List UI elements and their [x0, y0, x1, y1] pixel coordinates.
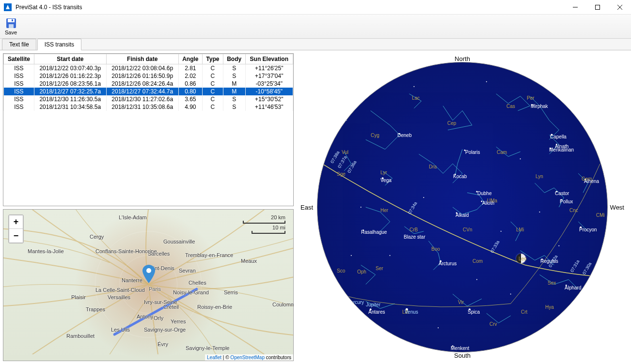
map-place-label: Sarcelles — [148, 251, 170, 257]
tab-bar: Text file ISS transits — [0, 39, 631, 50]
table-row[interactable]: ISS2018/12/26 08:23:56.1a2018/12/26 08:2… — [4, 80, 293, 88]
map-place-label: Nanterre — [122, 277, 142, 283]
table-cell: -03°25'34" — [245, 80, 293, 88]
svg-point-47 — [501, 231, 502, 232]
sky-chart[interactable]: DenebVegaPolarisKocabMirphakCapellaAlnat… — [317, 62, 608, 352]
zoom-in-button[interactable]: + — [9, 215, 23, 229]
map-attribution: Leaflet | © OpenStreetMap contributors — [205, 354, 293, 361]
svg-point-24 — [363, 229, 364, 231]
map-place-label: Évry — [158, 341, 168, 347]
map-place-label: Cergy — [90, 234, 104, 240]
map-place-label: Créteil — [163, 304, 179, 310]
svg-point-45 — [558, 245, 559, 246]
svg-point-12 — [146, 268, 151, 273]
map-panel[interactable]: L'Isle-AdamCergyGoussainvilleConflans-Sa… — [3, 209, 294, 361]
col-body[interactable]: Body — [223, 54, 245, 64]
map-place-label: Les Ulis — [111, 327, 130, 333]
svg-point-39 — [568, 91, 569, 92]
leaflet-link[interactable]: Leaflet — [207, 355, 221, 360]
toolbar: Save — [0, 15, 631, 39]
col-type[interactable]: Type — [203, 54, 223, 64]
col-angle[interactable]: Angle — [178, 54, 202, 64]
svg-point-36 — [346, 120, 347, 121]
svg-point-27 — [585, 179, 586, 180]
map-zoom-control: + − — [8, 214, 24, 243]
table-cell: S — [223, 95, 245, 103]
table-row[interactable]: ISS2018/12/22 03:07:40.3p2018/12/22 03:0… — [4, 64, 293, 73]
transits-table[interactable]: Satellite Start date Finish date Angle T… — [3, 54, 293, 111]
minimize-button[interactable] — [564, 0, 586, 15]
svg-point-14 — [464, 150, 465, 151]
table-cell: 2018/12/22 03:08:04.6p — [106, 64, 178, 73]
table-cell: 2018/12/31 10:34:58.5a — [34, 103, 106, 111]
close-button[interactable] — [609, 0, 631, 15]
svg-point-22 — [440, 260, 442, 262]
svg-point-41 — [390, 255, 391, 256]
map-place-label: Coulommiers — [272, 302, 294, 307]
map-place-label: Roissy-en-Brie — [197, 304, 232, 310]
map-place-label: Tremblay-en-France — [185, 252, 233, 258]
table-cell: 3.65 — [178, 95, 202, 103]
map-place-label: La Celle-Saint-Cloud — [95, 287, 145, 293]
sky-panel: North South East West — [297, 53, 628, 361]
osm-link[interactable]: OpenStreetMap — [230, 355, 265, 360]
svg-rect-7 — [9, 24, 14, 28]
save-button[interactable]: Save — [3, 16, 19, 36]
table-cell: 2018/12/31 10:35:08.6a — [106, 103, 178, 111]
svg-rect-6 — [8, 19, 15, 22]
col-satellite[interactable]: Satellite — [4, 54, 34, 64]
maximize-button[interactable] — [586, 0, 609, 15]
compass-south: South — [454, 352, 471, 359]
svg-point-38 — [486, 81, 487, 82]
tab-text-file[interactable]: Text file — [2, 39, 36, 50]
table-cell: ISS — [4, 64, 34, 73]
map-place-label: Paris — [149, 286, 161, 292]
svg-point-28 — [556, 191, 557, 193]
svg-point-49 — [539, 212, 540, 212]
transits-table-wrap: Satellite Start date Finish date Angle T… — [3, 53, 294, 206]
table-row[interactable]: ISS2018/12/31 10:34:58.5a2018/12/31 10:3… — [4, 103, 293, 111]
svg-point-23 — [382, 177, 384, 179]
table-cell: 2018/12/27 07:32:44.7a — [106, 88, 178, 95]
zoom-out-button[interactable]: − — [9, 229, 23, 243]
table-row[interactable]: ISS2018/12/26 01:16:22.3p2018/12/26 01:1… — [4, 72, 293, 80]
table-row[interactable]: ISS2018/12/27 07:32:25.7a2018/12/27 07:3… — [4, 88, 293, 95]
table-cell: C — [203, 64, 223, 73]
svg-point-46 — [423, 197, 424, 198]
table-cell: ISS — [4, 80, 34, 88]
col-start[interactable]: Start date — [34, 54, 106, 64]
svg-point-50 — [476, 279, 477, 280]
svg-point-13 — [399, 133, 400, 135]
table-row[interactable]: ISS2018/12/30 11:26:30.5a2018/12/30 11:2… — [4, 95, 293, 103]
tab-iss-transits[interactable]: ISS transits — [37, 39, 81, 50]
table-cell: 2018/12/26 01:16:50.9p — [106, 72, 178, 80]
table-cell: M — [223, 80, 245, 88]
table-cell: 2018/12/26 08:24:26.4a — [106, 80, 178, 88]
save-icon — [5, 17, 17, 29]
map-place-label: Antony — [137, 314, 153, 319]
table-cell: 2018/12/30 11:26:30.5a — [34, 95, 106, 103]
svg-point-20 — [481, 201, 482, 202]
table-cell: C — [203, 88, 223, 95]
app-icon — [4, 3, 12, 11]
svg-point-31 — [469, 308, 471, 310]
main-content: Satellite Start date Finish date Angle T… — [0, 50, 631, 364]
table-cell: 2.02 — [178, 72, 202, 80]
table-cell: ISS — [4, 95, 34, 103]
map-place-label: Savigny-le-Temple — [186, 345, 229, 351]
map-place-label: Versailles — [108, 294, 130, 300]
table-cell: C — [203, 103, 223, 111]
svg-point-35 — [550, 148, 552, 149]
svg-point-26 — [580, 227, 582, 228]
table-cell: 0.86 — [178, 80, 202, 88]
svg-point-17 — [551, 134, 552, 136]
col-finish[interactable]: Finish date — [106, 54, 178, 64]
table-cell: +11°26'25" — [245, 64, 293, 73]
map-place-label: Goussainville — [163, 239, 195, 244]
table-cell: 2018/12/26 08:23:56.1a — [34, 80, 106, 88]
svg-point-48 — [351, 255, 352, 256]
svg-rect-2 — [596, 5, 600, 9]
col-sun[interactable]: Sun Elevation — [245, 54, 293, 64]
map-place-label: Rambouillet — [66, 333, 95, 339]
table-cell: S — [223, 72, 245, 80]
